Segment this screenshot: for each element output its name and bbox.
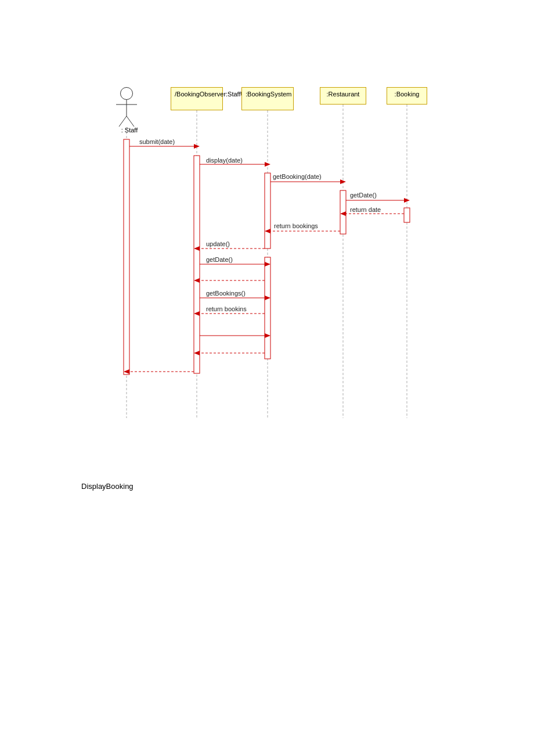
svg-marker-22 — [404, 198, 410, 203]
svg-rect-9 — [124, 139, 129, 375]
svg-rect-12 — [265, 257, 270, 359]
svg-line-2 — [119, 116, 127, 127]
svg-rect-10 — [194, 156, 200, 373]
svg-marker-24 — [340, 211, 346, 216]
arrow-label-returnbookings: return bookings — [274, 222, 318, 229]
svg-rect-11 — [265, 173, 270, 249]
svg-marker-18 — [265, 162, 270, 167]
actor-staff-label: : Staff — [112, 127, 147, 134]
svg-marker-42 — [124, 369, 129, 374]
svg-line-3 — [127, 116, 134, 127]
arrow-label-getdate1: getDate() — [350, 192, 377, 199]
actor-observer: /BookingObserver:StaffUI — [171, 87, 223, 110]
svg-marker-38 — [265, 333, 270, 338]
arrow-label-returnbookins: return bookins — [206, 305, 247, 312]
arrow-label-update: update() — [206, 240, 230, 247]
svg-marker-34 — [265, 296, 270, 300]
svg-marker-16 — [194, 144, 200, 149]
svg-marker-40 — [194, 351, 200, 355]
svg-rect-13 — [340, 190, 346, 234]
actor-restaurant: :Restaurant — [320, 87, 366, 105]
arrow-label-getbooking: getBooking(date) — [273, 173, 322, 180]
actor-bookingsystem: :BookingSystem — [241, 87, 294, 110]
arrow-label-getdate2: getDate() — [206, 256, 233, 263]
svg-marker-36 — [194, 311, 200, 316]
staff-head — [120, 87, 133, 100]
svg-marker-32 — [194, 278, 200, 283]
svg-marker-26 — [265, 229, 270, 233]
svg-marker-28 — [194, 246, 200, 251]
svg-marker-30 — [265, 262, 270, 267]
arrow-label-getbookings: getBookings() — [206, 290, 246, 297]
arrow-label-submit: submit(date) — [139, 138, 175, 145]
svg-marker-20 — [340, 179, 346, 184]
svg-rect-14 — [404, 208, 410, 222]
actor-booking: :Booking — [387, 87, 427, 105]
diagram-title: DisplayBooking — [81, 482, 134, 491]
arrow-label-display: display(date) — [206, 157, 243, 164]
arrow-label-returndate: return date — [350, 206, 381, 213]
